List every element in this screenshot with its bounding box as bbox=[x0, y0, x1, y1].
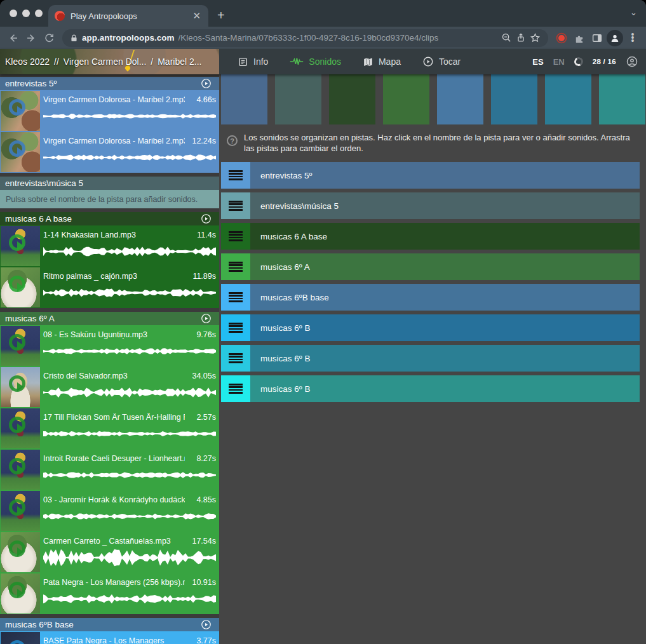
nav-sonidos[interactable]: Sonidos bbox=[279, 49, 352, 74]
audio-clip[interactable]: Cristo del Salvador.mp334.05s bbox=[0, 366, 219, 408]
track-section-header[interactable]: musicas 6ºB base bbox=[0, 618, 219, 631]
track-section-header[interactable]: entrevistas\música 5 bbox=[0, 177, 219, 190]
section-play-icon[interactable] bbox=[201, 619, 212, 630]
track-section-header[interactable]: musicas 6º A bbox=[0, 312, 219, 325]
track-drag-handle[interactable] bbox=[221, 223, 250, 250]
track-drag-handle[interactable] bbox=[221, 314, 250, 341]
traffic-lights[interactable] bbox=[10, 10, 43, 17]
track-color-tile[interactable] bbox=[437, 74, 483, 124]
help-message: ? Los sonidos se organizan en pistas. Ha… bbox=[227, 132, 638, 154]
track-drag-handle[interactable] bbox=[221, 162, 250, 189]
clip-waveform[interactable] bbox=[43, 342, 216, 360]
track-drag-handle[interactable] bbox=[221, 284, 250, 311]
clip-waveform[interactable] bbox=[43, 466, 216, 484]
drag-handle-icon bbox=[229, 323, 243, 333]
share-icon[interactable] bbox=[516, 32, 526, 43]
track-section-header[interactable]: entrevistas 5º bbox=[0, 77, 219, 90]
clip-play-triangle-icon bbox=[17, 506, 24, 515]
browser-tab[interactable]: Play Antropoloops ✕ bbox=[48, 5, 208, 27]
zoom-icon[interactable] bbox=[501, 32, 512, 43]
track-color-tile[interactable] bbox=[275, 74, 321, 124]
track-name: musicas 6º B bbox=[260, 323, 310, 333]
track-name-bar[interactable]: musicas 6 A base bbox=[250, 223, 640, 250]
track-drag-handle[interactable] bbox=[221, 253, 250, 280]
clip-waveform[interactable] bbox=[43, 425, 216, 443]
track-drag-handle[interactable] bbox=[221, 345, 250, 372]
lang-en-button[interactable]: EN bbox=[553, 57, 565, 67]
clip-play-icon[interactable] bbox=[9, 640, 25, 644]
track-name-bar[interactable]: musicas 6º B bbox=[250, 345, 640, 372]
track-section: musicas 6 A base1-14 Khakasian Land.mp31… bbox=[0, 212, 219, 308]
tab-search-chevron-icon[interactable]: ⌄ bbox=[630, 8, 637, 17]
track-name-bar[interactable]: musicas 6º B bbox=[250, 314, 640, 341]
address-bar[interactable]: app.antropoloops.com/Kleos-Santa-Marina/… bbox=[62, 29, 548, 47]
side-panel-icon[interactable] bbox=[589, 30, 605, 46]
audio-clip[interactable]: Ritmo palmas _ cajón.mp311.89s bbox=[0, 267, 219, 308]
clip-waveform[interactable] bbox=[43, 507, 216, 525]
audio-clip[interactable]: Carmen Carreto _ Castañuelas.mp317.54s bbox=[0, 532, 219, 573]
account-icon[interactable] bbox=[626, 55, 638, 68]
extensions-puzzle-icon[interactable] bbox=[571, 30, 588, 46]
url-path: /Kleos-Santa-Marina/07b6333c-1f00-4927-8… bbox=[178, 33, 497, 43]
track-color-tile[interactable] bbox=[491, 74, 537, 124]
track-color-tile[interactable] bbox=[221, 74, 267, 124]
track-name-bar[interactable]: musicas 6º A bbox=[250, 253, 640, 280]
clip-waveform[interactable] bbox=[43, 590, 216, 608]
clip-play-triangle-icon bbox=[17, 106, 24, 115]
breadcrumb[interactable]: Kleos 2022 // Virgen Carmen Dol... / Mar… bbox=[0, 49, 219, 74]
track-color-tile[interactable] bbox=[383, 74, 429, 124]
track-drag-handle[interactable] bbox=[221, 192, 250, 219]
clip-name: Introit Rorate Caeli Desuper - Lionheart… bbox=[43, 454, 185, 463]
clip-duration: 11.89s bbox=[192, 272, 216, 281]
track-color-tile[interactable] bbox=[599, 74, 645, 124]
track-color-tile[interactable] bbox=[545, 74, 591, 124]
audio-clip[interactable]: Pata Negra - Los Managers (256 kbps).mp3… bbox=[0, 573, 219, 614]
back-button[interactable] bbox=[5, 30, 22, 46]
audio-clip[interactable]: Virgen Carmen Dolorosa - Maribel 2.mp34.… bbox=[0, 90, 219, 131]
track-section: entrevistas\música 5Pulsa sobre el nombr… bbox=[0, 177, 219, 208]
section-play-icon[interactable] bbox=[201, 78, 212, 89]
track-name-bar[interactable]: musicas 6º B bbox=[250, 375, 640, 402]
track-name-bar[interactable]: entrevistas\música 5 bbox=[250, 192, 640, 219]
profile-avatar[interactable] bbox=[607, 30, 623, 46]
clip-waveform[interactable] bbox=[43, 243, 216, 260]
track-section-header[interactable]: musicas 6 A base bbox=[0, 212, 219, 225]
audio-clip[interactable]: BASE Pata Negra - Los Managers3.77s bbox=[0, 631, 219, 644]
audio-clip[interactable]: 08 - Es Sakūru Uguntiņu.mp39.76s bbox=[0, 325, 219, 366]
audio-clip[interactable]: Virgen Carmen Dolorosa - Maribel 2.mp312… bbox=[0, 131, 219, 173]
browser-menu-icon[interactable]: ••• bbox=[624, 30, 641, 46]
audio-clip[interactable]: 1-14 Khakasian Land.mp311.4s bbox=[0, 225, 219, 267]
clip-waveform[interactable] bbox=[43, 149, 216, 166]
clip-play-triangle-icon bbox=[17, 341, 24, 350]
track-color-tile[interactable] bbox=[329, 74, 375, 124]
audio-clip[interactable]: 17 Till Flickan Som Är Tusen År-Halling … bbox=[0, 408, 219, 449]
app-header: Kleos 2022 // Virgen Carmen Dol... / Mar… bbox=[0, 49, 646, 74]
clip-waveform[interactable] bbox=[43, 284, 216, 302]
reload-button[interactable] bbox=[41, 30, 57, 46]
clip-waveform[interactable] bbox=[43, 549, 216, 567]
new-tab-button[interactable]: + bbox=[217, 8, 225, 27]
track-drag-handle[interactable] bbox=[221, 375, 250, 402]
record-extension-icon[interactable] bbox=[553, 30, 570, 46]
clip-duration: 9.76s bbox=[196, 330, 216, 339]
audio-clip[interactable]: 03 - Jaromír Horák & Konrádyho dudácká .… bbox=[0, 490, 219, 532]
clip-waveform[interactable] bbox=[43, 384, 216, 401]
lang-es-button[interactable]: ES bbox=[532, 57, 543, 67]
track-section-title: entrevistas\música 5 bbox=[5, 178, 214, 188]
clip-duration: 4.85s bbox=[196, 495, 216, 504]
drag-handle-icon bbox=[229, 231, 243, 241]
section-play-icon[interactable] bbox=[201, 313, 212, 324]
forward-button[interactable] bbox=[23, 30, 39, 46]
nav-info[interactable]: Info bbox=[227, 49, 279, 74]
nav-mapa[interactable]: Mapa bbox=[352, 49, 412, 74]
clip-duration: 11.4s bbox=[197, 231, 216, 239]
tab-close-icon[interactable]: ✕ bbox=[191, 10, 202, 22]
clip-thumbnail bbox=[1, 491, 40, 531]
audio-clip[interactable]: Introit Rorate Caeli Desuper - Lionheart… bbox=[0, 449, 219, 490]
track-name-bar[interactable]: musicas 6ºB base bbox=[250, 284, 640, 311]
clip-waveform[interactable] bbox=[43, 107, 216, 125]
section-play-icon[interactable] bbox=[201, 213, 212, 224]
nav-tocar[interactable]: Tocar bbox=[412, 49, 471, 74]
track-name-bar[interactable]: entrevistas 5º bbox=[250, 162, 640, 189]
bookmark-star-icon[interactable] bbox=[530, 32, 541, 43]
